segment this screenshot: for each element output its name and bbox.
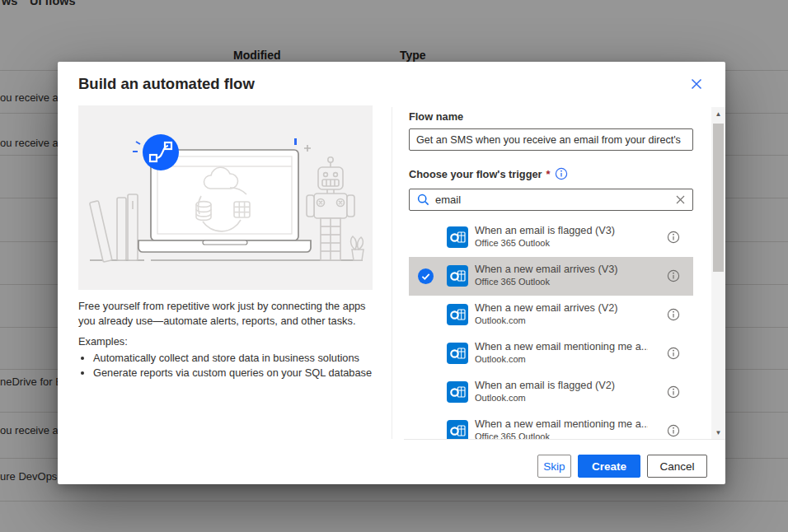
info-icon[interactable] [667, 424, 680, 437]
outlook-icon [447, 265, 468, 287]
trigger-service: Outlook.com [475, 393, 648, 403]
scroll-up-icon[interactable]: ▲ [711, 107, 725, 120]
dialog-description: Free yourself from repetitive work just … [78, 299, 382, 328]
trigger-title: When a new email arrives (V2) [475, 302, 648, 314]
trigger-title: When a new email mentioning me a... [475, 418, 648, 430]
dialog-title: Build an automated flow [78, 75, 255, 93]
examples-list: Automatically collect and store data in … [82, 351, 395, 380]
trigger-search-input[interactable] [435, 194, 675, 206]
info-icon[interactable] [667, 231, 680, 244]
flow-name-label: Flow name [409, 110, 463, 123]
trigger-title: When a new email mentioning me a... [475, 341, 648, 352]
trigger-title: When an email is flagged (V3) [475, 225, 648, 236]
info-icon[interactable] [667, 269, 680, 282]
books-illustration [90, 194, 138, 262]
list-bottom-divider [404, 439, 725, 440]
close-icon[interactable] [689, 77, 704, 91]
power-automate-badge-icon [143, 134, 179, 170]
trigger-service: Outlook.com [475, 315, 648, 325]
build-automated-flow-dialog: Build an automated flow [58, 62, 725, 484]
search-icon [417, 194, 429, 206]
flow-name-input[interactable] [409, 128, 693, 151]
info-icon[interactable] [555, 167, 568, 180]
trigger-row[interactable]: When an email is flagged (V2) Outlook.co… [409, 373, 693, 412]
create-button[interactable]: Create [578, 455, 640, 478]
trigger-label: Choose your flow's trigger [409, 168, 542, 180]
clear-search-icon[interactable] [675, 194, 686, 205]
example-item: Generate reports via custom queries on y… [93, 366, 395, 380]
automation-illustration [78, 105, 373, 290]
plant-illustration [351, 236, 364, 260]
trigger-service: Office 365 Outlook [475, 277, 648, 287]
cancel-button[interactable]: Cancel [647, 455, 707, 478]
outlook-icon [447, 343, 468, 364]
outlook-icon [447, 420, 468, 439]
check-circle-icon [418, 268, 434, 284]
required-marker: * [546, 168, 551, 180]
trigger-list-scrollbar[interactable]: ▲ ▼ [711, 107, 725, 439]
info-icon[interactable] [667, 347, 680, 360]
example-item: Automatically collect and store data in … [93, 351, 395, 366]
robot-illustration [307, 157, 354, 260]
examples-label: Examples: [78, 335, 128, 348]
trigger-list: When an email is flagged (V3) Office 365… [409, 218, 693, 439]
trigger-label-row: Choose your flow's trigger * [409, 167, 568, 180]
trigger-row[interactable]: When an email is flagged (V3) Office 365… [409, 218, 693, 257]
trigger-title: When a new email arrives (V3) [475, 264, 648, 275]
info-icon[interactable] [667, 308, 680, 321]
skip-button[interactable]: Skip [537, 455, 571, 478]
panel-divider [392, 107, 392, 439]
trigger-row-selected[interactable]: When a new email arrives (V3) Office 365… [409, 257, 693, 296]
trigger-row[interactable]: When a new email mentioning me a... Offi… [409, 412, 693, 439]
trigger-service: Office 365 Outlook [475, 432, 648, 439]
scroll-down-icon[interactable]: ▼ [711, 426, 725, 439]
trigger-row[interactable]: When a new email arrives (V2) Outlook.co… [409, 296, 693, 334]
outlook-icon [447, 226, 468, 248]
trigger-service: Outlook.com [475, 354, 648, 364]
outlook-icon [447, 304, 468, 325]
outlook-icon [447, 381, 468, 403]
info-icon[interactable] [667, 385, 680, 399]
scrollbar-thumb[interactable] [713, 124, 724, 272]
trigger-row[interactable]: When a new email mentioning me a... Outl… [409, 334, 693, 373]
trigger-search-box[interactable] [409, 189, 693, 211]
trigger-service: Office 365 Outlook [475, 238, 648, 248]
trigger-title: When an email is flagged (V2) [475, 380, 648, 391]
